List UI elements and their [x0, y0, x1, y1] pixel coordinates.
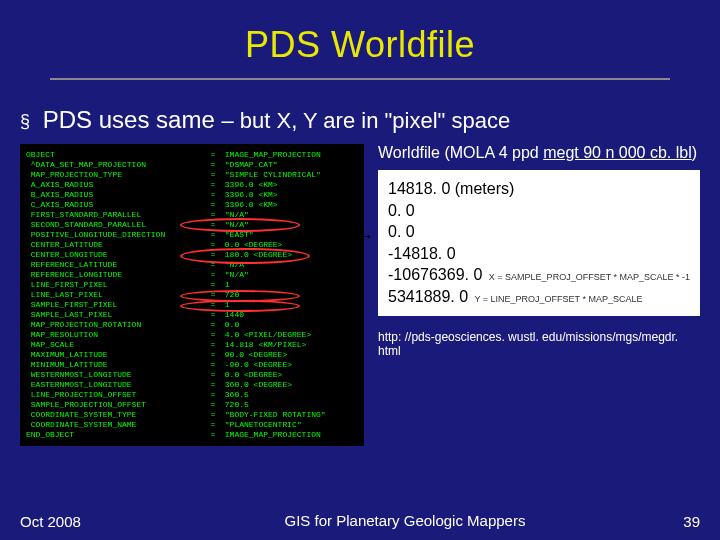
- code-row: SECOND_STANDARD_PARALLEL= "N/A": [26, 220, 358, 230]
- code-row: A_AXIS_RADIUS= 3396.0 <KM>: [26, 180, 358, 190]
- source-url: http: //pds-geosciences. wustl. edu/miss…: [378, 330, 700, 358]
- code-row: B_AXIS_RADIUS= 3396.0 <KM>: [26, 190, 358, 200]
- code-row: MINIMUM_LATITUDE= -90.0 <DEGREE>: [26, 360, 358, 370]
- bullet-marker: §: [20, 111, 30, 131]
- code-row: REFERENCE_LONGITUDE= "N/A": [26, 270, 358, 280]
- code-row: SAMPLE_FIRST_PIXEL= 1: [26, 300, 358, 310]
- title-underline: [50, 78, 670, 80]
- code-row: WESTERNMOST_LONGITUDE= 0.0 <DEGREE>: [26, 370, 358, 380]
- arrow-icon: →: [356, 226, 374, 247]
- worldfile-heading: Worldfile (MOLA 4 ppd megt 90 n 000 cb. …: [378, 144, 700, 162]
- code-row: C_AXIS_RADIUS= 3396.0 <KM>: [26, 200, 358, 210]
- code-row: EASTERNMOST_LONGITUDE= 360.0 <DEGREE>: [26, 380, 358, 390]
- code-row: SAMPLE_LAST_PIXEL= 1440: [26, 310, 358, 320]
- worldfile-line: 14818. 0 (meters): [388, 178, 690, 200]
- worldfile-line: -10676369. 0 X = SAMPLE_PROJ_OFFSET * MA…: [388, 264, 690, 286]
- code-row: COORDINATE_SYSTEM_NAME= "PLANETOCENTRIC": [26, 420, 358, 430]
- worldfile-box: 14818. 0 (meters)0. 00. 0-14818. 0-10676…: [378, 170, 700, 316]
- worldfile-line: -14818. 0: [388, 243, 690, 265]
- pds-label-code: OBJECT= IMAGE_MAP_PROJECTION ^DATA_SET_M…: [20, 144, 364, 446]
- worldfile-line: 5341889. 0 Y = LINE_PROJ_OFFSET * MAP_SC…: [388, 286, 690, 308]
- code-row: END_OBJECT= IMAGE_MAP_PROJECTION: [26, 430, 358, 440]
- code-row: COORDINATE_SYSTEM_TYPE= "BODY-FIXED ROTA…: [26, 410, 358, 420]
- code-row: FIRST_STANDARD_PARALLEL= "N/A": [26, 210, 358, 220]
- bullet-main: PDS uses same: [43, 106, 215, 133]
- code-row: OBJECT= IMAGE_MAP_PROJECTION: [26, 150, 358, 160]
- code-row: CENTER_LATITUDE= 0.0 <DEGREE>: [26, 240, 358, 250]
- bullet-note: – but X, Y are in "pixel" space: [221, 108, 510, 133]
- worldfile-line: 0. 0: [388, 200, 690, 222]
- footer-title: GIS for Planetary Geologic Mappers: [170, 512, 640, 530]
- code-row: POSITIVE_LONGITUDE_DIRECTION= "EAST": [26, 230, 358, 240]
- code-row: LINE_PROJECTION_OFFSET= 360.5: [26, 390, 358, 400]
- page-number: 39: [640, 513, 700, 530]
- code-row: CENTER_LONGITUDE= 180.0 <DEGREE>: [26, 250, 358, 260]
- code-row: MAP_PROJECTION_ROTATION= 0.0: [26, 320, 358, 330]
- slide-title: PDS Worldfile: [0, 24, 720, 66]
- bullet-line: § PDS uses same – but X, Y are in "pixel…: [20, 106, 700, 134]
- code-row: MAP_PROJECTION_TYPE= "SIMPLE CYLINDRICAL…: [26, 170, 358, 180]
- code-row: LINE_FIRST_PIXEL= 1: [26, 280, 358, 290]
- worldfile-line: 0. 0: [388, 221, 690, 243]
- code-row: MAP_RESOLUTION= 4.0 <PIXEL/DEGREE>: [26, 330, 358, 340]
- footer-date: Oct 2008: [20, 513, 170, 530]
- code-row: MAXIMUM_LATITUDE= 90.0 <DEGREE>: [26, 350, 358, 360]
- code-row: SAMPLE_PROJECTION_OFFSET= 720.5: [26, 400, 358, 410]
- code-row: LINE_LAST_PIXEL= 720: [26, 290, 358, 300]
- code-row: MAP_SCALE= 14.818 <KM/PIXEL>: [26, 340, 358, 350]
- code-row: ^DATA_SET_MAP_PROJECTION= "DSMAP.CAT": [26, 160, 358, 170]
- code-row: REFERENCE_LATITUDE= "N/A": [26, 260, 358, 270]
